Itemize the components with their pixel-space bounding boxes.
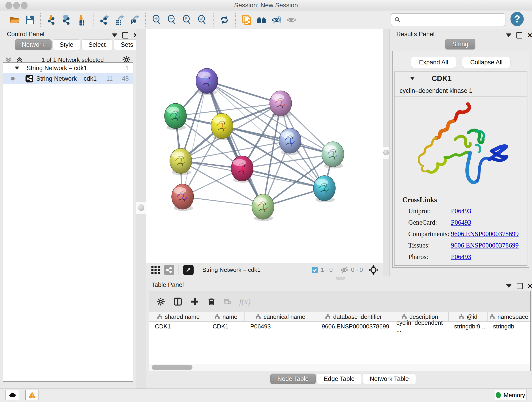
tab-network-table[interactable]: Network Table bbox=[363, 374, 416, 384]
crosslink-value-link[interactable]: 9606.ENSP00000378699 bbox=[451, 230, 519, 238]
network-node-ccne1[interactable] bbox=[252, 194, 274, 221]
crosslinks-section: CrossLinks Uniprot: P06493GeneCard: P064… bbox=[402, 196, 519, 264]
import-network-file-button[interactable] bbox=[44, 13, 59, 27]
export-image-button[interactable] bbox=[127, 13, 142, 27]
table-cell[interactable]: P06493 bbox=[245, 322, 316, 331]
network-node-hist1h1a[interactable] bbox=[172, 184, 194, 211]
network-node-cdc25b[interactable] bbox=[165, 103, 186, 130]
tab-node-table[interactable]: Node Table bbox=[270, 374, 316, 384]
network-node-cdkn1a[interactable] bbox=[313, 176, 336, 202]
memory-button[interactable]: Memory bbox=[494, 390, 527, 400]
share-network-icon[interactable] bbox=[164, 265, 174, 275]
float-panel-icon[interactable] bbox=[122, 32, 128, 38]
collapse-all-button[interactable]: Collapse All bbox=[462, 57, 510, 68]
network-node-rb1[interactable] bbox=[322, 142, 344, 168]
documents-share-button[interactable] bbox=[239, 13, 254, 27]
collapse-panel-icon[interactable] bbox=[506, 33, 511, 37]
houses-button[interactable] bbox=[254, 13, 269, 27]
table-settings-gear-icon[interactable] bbox=[156, 297, 165, 306]
network-edge[interactable] bbox=[183, 197, 263, 207]
node-result-header[interactable]: CDK1 bbox=[394, 72, 527, 85]
left-splitter[interactable] bbox=[136, 29, 146, 389]
tab-select[interactable]: Select bbox=[81, 39, 113, 50]
scrollbar-thumb[interactable] bbox=[152, 365, 192, 370]
network-edge[interactable] bbox=[207, 81, 281, 103]
tree-expand-icon[interactable] bbox=[15, 67, 19, 70]
tab-network[interactable]: Network bbox=[15, 39, 51, 50]
crosshair-navigate-icon[interactable] bbox=[368, 264, 379, 275]
show-columns-icon[interactable] bbox=[173, 297, 182, 306]
results-panel-title: Results Panel bbox=[396, 31, 435, 38]
import-network-database-button[interactable] bbox=[59, 13, 75, 27]
hide-selected-button[interactable] bbox=[269, 13, 284, 27]
zoom-fit-button[interactable] bbox=[179, 13, 195, 27]
network-node-cdk1[interactable] bbox=[211, 114, 233, 140]
column-header[interactable]: canonical name bbox=[245, 312, 316, 322]
network-node-ccna2[interactable] bbox=[231, 156, 253, 183]
splitter-handle[interactable] bbox=[383, 150, 389, 155]
function-builder-icon-disabled: f(x) bbox=[239, 297, 251, 306]
export-table-button[interactable] bbox=[112, 13, 127, 27]
warning-status-button[interactable] bbox=[25, 390, 39, 400]
network-canvas[interactable]: CCNB2 CCNA1 CDC25B CDK1 CDC6 RB1 CCNB1 bbox=[146, 29, 383, 263]
column-header[interactable]: name bbox=[207, 312, 245, 322]
crosslink-value-link[interactable]: P06493 bbox=[451, 219, 471, 226]
close-panel-icon[interactable]: × bbox=[528, 284, 532, 288]
float-panel-icon[interactable] bbox=[516, 32, 522, 38]
table-toolbar: f(x) bbox=[149, 291, 530, 312]
show-hidden-button[interactable] bbox=[284, 13, 299, 27]
splitter-handle[interactable] bbox=[138, 204, 144, 211]
float-panel-icon[interactable] bbox=[517, 283, 523, 289]
column-header[interactable]: @id bbox=[449, 312, 488, 322]
collapse-entry-icon[interactable] bbox=[410, 77, 415, 80]
table-cell[interactable]: 9606.ENSP00000378699 bbox=[316, 322, 391, 331]
zoom-out-button[interactable] bbox=[164, 13, 179, 27]
column-header[interactable]: namespace bbox=[488, 312, 530, 322]
tab-edge-table[interactable]: Edge Table bbox=[317, 374, 362, 384]
grid-view-icon[interactable] bbox=[151, 265, 161, 275]
zoom-in-button[interactable] bbox=[149, 13, 164, 27]
help-button[interactable]: ? bbox=[510, 12, 524, 26]
network-edge[interactable] bbox=[183, 81, 207, 197]
birdseye-view-icon[interactable] bbox=[183, 265, 194, 275]
network-row-selected[interactable]: String Network – cdk1 11 48 bbox=[3, 73, 133, 84]
table-horizontal-scrollbar[interactable] bbox=[149, 364, 530, 371]
collapse-panel-icon[interactable] bbox=[112, 33, 117, 37]
open-session-button[interactable] bbox=[7, 13, 22, 27]
search-input[interactable] bbox=[401, 16, 505, 24]
delete-column-trash-icon[interactable] bbox=[207, 297, 216, 306]
network-node-ccnb1[interactable] bbox=[170, 148, 192, 175]
column-header[interactable]: database identifier bbox=[316, 312, 391, 322]
tab-string-results[interactable]: String bbox=[445, 39, 476, 50]
table-cell[interactable]: stringdb:9... bbox=[449, 322, 488, 331]
import-table-file-button[interactable] bbox=[75, 13, 89, 27]
table-cell[interactable]: stringdb bbox=[488, 322, 530, 331]
crosslink-value-link[interactable]: P06493 bbox=[451, 207, 471, 215]
network-node-ccna1[interactable] bbox=[270, 91, 292, 118]
table-row[interactable]: CDK1CDK1P064939606.ENSP00000378699cyclin… bbox=[149, 322, 530, 331]
table-cell[interactable]: CDK1 bbox=[149, 322, 207, 331]
hidden-eye-slash-icon[interactable] bbox=[340, 266, 349, 274]
network-node-ccnb2[interactable] bbox=[196, 68, 218, 95]
zoom-selected-button[interactable] bbox=[195, 13, 210, 27]
add-column-icon[interactable] bbox=[190, 297, 199, 306]
table-cell[interactable]: CDK1 bbox=[207, 322, 245, 331]
collapse-panel-icon[interactable] bbox=[506, 284, 512, 288]
crosslink-value-link[interactable]: 9606.ENSP00000378699 bbox=[451, 242, 519, 249]
tab-style[interactable]: Style bbox=[52, 39, 80, 50]
expand-all-button[interactable]: Expand All bbox=[411, 57, 456, 68]
network-node-cdc6[interactable] bbox=[279, 128, 301, 155]
column-header[interactable]: shared name bbox=[149, 312, 207, 322]
table-cell[interactable]: cyclin–dependent ... bbox=[391, 322, 449, 331]
control-panel-title: Control Panel bbox=[7, 31, 44, 38]
network-edge[interactable] bbox=[207, 81, 263, 207]
crosslink-value-link[interactable]: P06493 bbox=[451, 253, 471, 261]
close-panel-icon[interactable]: × bbox=[527, 33, 532, 38]
save-session-button[interactable] bbox=[22, 13, 37, 27]
export-network-button[interactable] bbox=[97, 13, 112, 27]
refresh-view-button[interactable] bbox=[217, 13, 232, 27]
cloud-status-button[interactable] bbox=[6, 390, 19, 400]
selected-checkbox-icon[interactable] bbox=[311, 266, 318, 274]
memory-status-dot bbox=[496, 392, 501, 398]
network-collection-row[interactable]: String Network – cdk1 1 bbox=[3, 63, 133, 73]
